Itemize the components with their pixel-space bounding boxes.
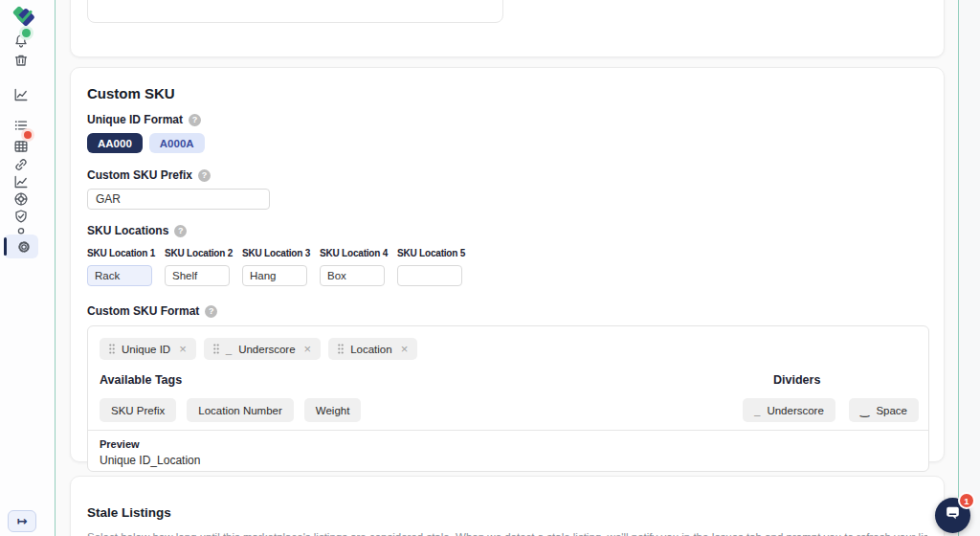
chat-bubble-icon	[944, 504, 962, 526]
sku-location-2-label: SKU Location 2	[165, 248, 230, 258]
crosslist-link-icon[interactable]	[13, 157, 29, 172]
sku-preview-section: Preview Unique ID_Location	[88, 430, 928, 467]
custom-sku-prefix-label-row: Custom SKU Prefix ?	[87, 168, 927, 182]
dividers-title: Dividers	[773, 373, 919, 387]
drag-handle-icon[interactable]	[338, 344, 344, 354]
app-window: ↦ Custom SKU Unique ID Format ? AA000 A0…	[0, 0, 980, 536]
help-icon[interactable]: ?	[205, 305, 217, 318]
storage-bin-icon[interactable]	[13, 53, 29, 68]
sku-location-1-field: SKU Location 1	[87, 248, 152, 286]
tag-weight-button[interactable]: Weight	[304, 398, 362, 422]
stale-listings-title: Stale Listings	[87, 505, 927, 520]
sku-location-4-input[interactable]	[320, 265, 385, 286]
sku-location-4-label: SKU Location 4	[320, 248, 385, 258]
custom-sku-prefix-input[interactable]	[87, 189, 270, 210]
format-chips-row: Unique ID × _ Underscore × Locati	[88, 326, 928, 360]
notifications-green-dot-badge	[22, 29, 31, 37]
help-icon[interactable]: ?	[198, 169, 211, 182]
sku-location-2-field: SKU Location 2	[165, 248, 230, 286]
sku-location-3-label: SKU Location 3	[242, 248, 307, 258]
stale-listings-description: Select below how long until this marketp…	[87, 531, 927, 536]
app-logo-icon[interactable]	[11, 5, 36, 30]
tag-sku-prefix-button[interactable]: SKU Prefix	[100, 398, 176, 422]
custom-sku-title: Custom SKU	[87, 85, 927, 101]
format-option-a000a-button[interactable]: A000A	[149, 133, 205, 153]
available-tags-block: Available Tags SKU Prefix Location Numbe…	[100, 373, 361, 422]
chat-unread-badge: 1	[958, 492, 975, 509]
remove-chip-icon[interactable]: ×	[179, 343, 187, 355]
sales-chart-icon[interactable]	[13, 174, 29, 190]
analytics-chart-icon[interactable]	[13, 87, 29, 102]
sku-locations-row: SKU Location 1 SKU Location 2 SKU Locati…	[87, 248, 927, 286]
sku-location-4-field: SKU Location 4	[320, 248, 385, 286]
custom-sku-format-label: Custom SKU Format	[87, 304, 199, 318]
available-tags-row: SKU Prefix Location Number Weight	[100, 398, 361, 422]
top-card-input-box[interactable]	[87, 0, 503, 23]
available-tags-title: Available Tags	[100, 373, 361, 387]
format-chip-unique-id[interactable]: Unique ID ×	[100, 338, 196, 360]
help-icon[interactable]: ?	[174, 225, 187, 237]
divider-label: Underscore	[767, 405, 823, 416]
sidebar-collapse-button[interactable]: ↦	[8, 510, 36, 532]
chip-label: Underscore	[238, 344, 295, 355]
preview-value: Unique ID_Location	[100, 454, 917, 467]
custom-sku-prefix-label: Custom SKU Prefix	[87, 168, 192, 182]
drag-handle-icon[interactable]	[213, 344, 219, 354]
sku-locations-label: SKU Locations	[87, 224, 168, 237]
sku-location-5-input[interactable]	[397, 265, 462, 286]
chip-label: Location	[350, 344, 391, 355]
sku-location-2-input[interactable]	[165, 265, 230, 286]
sku-location-1-input[interactable]	[87, 265, 152, 286]
sku-format-builder: Unique ID × _ Underscore × Locati	[87, 325, 929, 472]
help-icon[interactable]: ?	[189, 114, 201, 126]
sku-location-5-field: SKU Location 5	[397, 248, 462, 286]
unique-id-format-label: Unique ID Format	[87, 113, 183, 126]
sku-locations-label-row: SKU Locations ?	[87, 224, 927, 237]
underscore-icon: _	[754, 405, 760, 416]
page-scrollbar-track[interactable]	[958, 0, 980, 536]
custom-sku-format-label-row: Custom SKU Format ?	[87, 304, 927, 318]
sku-location-5-label: SKU Location 5	[397, 248, 462, 258]
unique-id-format-toggle: AA000 A000A	[87, 133, 927, 153]
preview-label: Preview	[100, 438, 917, 450]
format-middle-row: Available Tags SKU Prefix Location Numbe…	[88, 360, 928, 422]
previous-settings-card	[70, 0, 945, 57]
space-icon: ‿	[860, 404, 870, 417]
format-chip-location[interactable]: Location ×	[328, 338, 417, 360]
remove-chip-icon[interactable]: ×	[401, 343, 409, 355]
chip-glyph: _	[226, 344, 232, 355]
unique-id-format-label-row: Unique ID Format ?	[87, 113, 927, 126]
table-red-dot-badge	[24, 131, 32, 139]
tag-location-number-button[interactable]: Location Number	[187, 398, 294, 422]
support-lifebuoy-icon[interactable]	[13, 191, 29, 207]
sku-location-3-input[interactable]	[242, 265, 307, 286]
icon-sidebar: ↦	[0, 0, 56, 536]
divider-underscore-button[interactable]: _ Underscore	[743, 398, 835, 422]
sku-location-1-label: SKU Location 1	[87, 248, 152, 258]
sku-location-3-field: SKU Location 3	[242, 248, 307, 286]
dividers-row: _ Underscore ‿ Space	[773, 398, 919, 422]
drag-handle-icon[interactable]	[109, 344, 115, 354]
custom-sku-card: Custom SKU Unique ID Format ? AA000 A000…	[70, 67, 945, 462]
table-grid-icon[interactable]	[13, 139, 29, 154]
format-chip-underscore[interactable]: _ Underscore ×	[204, 338, 321, 360]
active-indicator-bar	[4, 237, 7, 256]
divider-space-button[interactable]: ‿ Space	[849, 398, 919, 422]
shield-icon[interactable]	[13, 209, 29, 224]
remove-chip-icon[interactable]: ×	[304, 343, 312, 355]
collapse-arrow-icon: ↦	[17, 514, 28, 528]
stale-listings-card: Stale Listings Select below how long unt…	[70, 476, 945, 536]
chip-label: Unique ID	[122, 344, 170, 355]
format-option-aa000-button[interactable]: AA000	[87, 133, 143, 153]
settings-gear-icon[interactable]	[16, 239, 32, 255]
divider-label: Space	[876, 405, 907, 416]
dividers-block: Dividers _ Underscore ‿ Space	[773, 373, 919, 422]
